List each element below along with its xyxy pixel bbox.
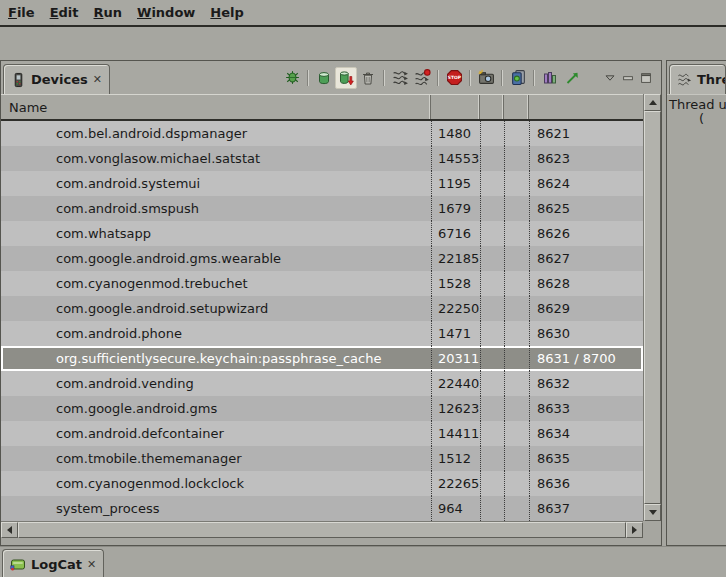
menu-file[interactable]: File [8,5,35,20]
logcat-bar: LogCat ✕ [0,546,726,577]
cell-process-name: com.cyanogenmod.lockclock [1,471,431,496]
stop-process-icon[interactable]: STOP [443,67,465,89]
horizontal-scroll-thumb[interactable] [18,522,626,538]
menu-edit[interactable]: Edit [50,5,79,20]
cell-port: 8634 [529,421,643,446]
table-row[interactable]: com.tmobile.thememanager 1512 8635 [1,446,643,471]
minimize-icon[interactable] [619,69,637,87]
column-header-empty-1[interactable] [480,95,504,119]
scroll-down-button[interactable] [644,504,661,521]
cell-empty-2 [504,221,529,246]
menu-run[interactable]: Run [94,5,123,20]
screen-capture-icon[interactable] [475,67,497,89]
cell-empty-2 [504,296,529,321]
cell-pid: 6716 [431,221,480,246]
table-row[interactable]: com.android.phone 1471 8630 [1,321,643,346]
tab-threads[interactable]: Threads [669,64,726,94]
arrow-right-icon [632,526,637,534]
tab-logcat[interactable]: LogCat ✕ [2,549,104,577]
cell-pid: 14553 [431,146,480,171]
cell-empty-1 [480,446,504,471]
maximize-icon[interactable] [637,69,655,87]
close-icon[interactable]: ✕ [87,559,96,570]
cell-process-name: com.whatsapp [1,221,431,246]
cell-empty-2 [504,246,529,271]
cell-empty-2 [504,421,529,446]
start-method-profiling-icon[interactable] [411,67,433,89]
cell-pid: 22440 [431,371,480,396]
table-row[interactable]: com.android.vending 22440 8632 [1,371,643,396]
update-threads-icon[interactable] [389,67,411,89]
cell-empty-1 [480,196,504,221]
table-row[interactable]: com.cyanogenmod.lockclock 22265 8636 [1,471,643,496]
cell-process-name: com.google.android.gms [1,396,431,421]
column-header-pid[interactable] [431,95,480,119]
cell-empty-2 [504,121,529,146]
cell-port: 8628 [529,271,643,296]
table-row[interactable]: com.bel.android.dspmanager 1480 8621 [1,121,643,146]
table-row[interactable]: com.android.systemui 1195 8624 [1,171,643,196]
arrow-down-icon [649,510,657,515]
table-row[interactable]: com.android.defcontainer 14411 8634 [1,421,643,446]
cell-port: 8637 [529,496,643,521]
cell-pid: 1471 [431,321,480,346]
start-arrow-icon[interactable] [561,67,583,89]
cell-empty-1 [480,496,504,521]
scroll-left-button[interactable] [1,522,18,538]
cell-port: 8627 [529,246,643,271]
table-row[interactable]: system_process 964 8637 [1,496,643,521]
scroll-right-button[interactable] [626,522,643,538]
arrow-left-icon [7,526,12,534]
cell-process-name: com.android.smspush [1,196,431,221]
cell-pid: 964 [431,496,480,521]
tab-threads-label: Threads [697,72,726,87]
table-row[interactable]: com.vonglasow.michael.satstat 14553 8623 [1,146,643,171]
scrollbar-corner [643,521,661,538]
cell-process-name: com.android.vending [1,371,431,396]
tab-devices-label: Devices [31,72,88,87]
cell-empty-1 [480,271,504,296]
view-menu-icon[interactable] [601,69,619,87]
column-header-port[interactable] [529,95,643,119]
cell-port: 8630 [529,321,643,346]
cell-process-name: com.vonglasow.michael.satstat [1,146,431,171]
column-header-empty-2[interactable] [504,95,529,119]
cause-gc-icon[interactable] [357,67,379,89]
table-header: Name [1,94,643,121]
menu-help[interactable]: Help [210,5,243,20]
cell-process-name: com.bel.android.dspmanager [1,121,431,146]
table-row[interactable]: org.sufficientlysecure.keychain:passphra… [1,346,643,371]
table-row[interactable]: com.google.android.setupwizard 22250 862… [1,296,643,321]
logcat-icon [10,556,26,572]
column-header-name[interactable]: Name [1,95,431,119]
close-icon[interactable]: ✕ [93,74,102,85]
scroll-up-button[interactable] [644,94,661,111]
table-row[interactable]: com.google.android.gms 12623 8633 [1,396,643,421]
update-heap-icon[interactable] [313,67,335,89]
devices-tabbar: Devices ✕ [1,61,661,95]
dump-hprof-icon[interactable] [335,67,357,89]
table-row[interactable]: com.android.smspush 1679 8625 [1,196,643,221]
cell-process-name: com.google.android.gms.wearable [1,246,431,271]
cell-port: 8629 [529,296,643,321]
cell-empty-1 [480,421,504,446]
tab-devices[interactable]: Devices ✕ [3,64,110,94]
cell-port: 8623 [529,146,643,171]
device-screen-captures-icon[interactable] [507,67,529,89]
cell-process-name: com.cyanogenmod.trebuchet [1,271,431,296]
cell-empty-2 [504,371,529,396]
cell-pid: 1480 [431,121,480,146]
table-row[interactable]: com.whatsapp 6716 8626 [1,221,643,246]
debug-process-icon[interactable] [281,67,303,89]
vertical-scroll-thumb[interactable] [644,111,661,504]
table-row[interactable]: com.google.android.gms.wearable 22185 86… [1,246,643,271]
table-row[interactable]: com.cyanogenmod.trebuchet 1528 8628 [1,271,643,296]
hierarchy-view-icon[interactable] [539,67,561,89]
toolbar-separator [533,70,535,86]
vertical-scrollbar[interactable] [643,94,661,521]
cell-empty-1 [480,346,504,371]
empty-toolbar-strip [0,29,726,60]
devices-view: Devices ✕ [0,60,662,546]
menu-window[interactable]: Window [137,5,195,20]
horizontal-scrollbar[interactable] [1,521,643,538]
